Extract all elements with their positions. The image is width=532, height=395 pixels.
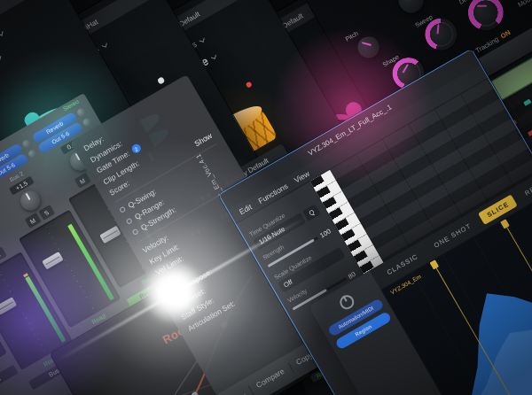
drum-synth-decay-knob[interactable] bbox=[466, 0, 505, 32]
radio-icon bbox=[119, 206, 126, 213]
strength-value: 100 bbox=[318, 227, 332, 239]
logic-pro-collage-screenshot: Pitch Tone Sweep Decay Shape Key Trackin… bbox=[0, 0, 532, 395]
radio-icon bbox=[125, 217, 132, 224]
inspector-row[interactable]: Gate Time:2 bbox=[95, 109, 200, 175]
rotated-collage: Pitch Tone Sweep Decay Shape Key Trackin… bbox=[0, 0, 532, 395]
radio-icon bbox=[132, 228, 139, 236]
fader-cap[interactable] bbox=[42, 252, 64, 270]
menu-item-edit[interactable]: Edit bbox=[238, 202, 254, 216]
badge: 2 bbox=[130, 143, 143, 155]
drum-synth-pitch-knob[interactable] bbox=[354, 33, 383, 62]
fader-cap[interactable] bbox=[99, 226, 121, 244]
pitch-knob-label: Pitch bbox=[344, 30, 359, 43]
chevron-down-icon bbox=[211, 54, 216, 59]
send-knob[interactable] bbox=[75, 107, 86, 118]
drum-synth-tone-knob[interactable] bbox=[394, 0, 427, 17]
chevron-down-icon bbox=[101, 43, 106, 48]
chevron-down-icon bbox=[0, 55, 2, 60]
drum-synth-sweep-knob[interactable] bbox=[424, 18, 458, 51]
chevron-down-icon bbox=[0, 30, 3, 35]
db-scale bbox=[46, 227, 95, 310]
send-knob[interactable] bbox=[82, 117, 92, 128]
divider bbox=[287, 362, 293, 373]
quantize-button[interactable]: Q bbox=[302, 204, 320, 221]
chevron-down-icon bbox=[199, 37, 204, 43]
send-knob[interactable] bbox=[27, 148, 37, 159]
track-name-chip[interactable]: Mix Bus bbox=[0, 365, 19, 395]
mode-setting[interactable]: ModeMono bbox=[516, 0, 532, 10]
send-knob[interactable] bbox=[21, 138, 32, 149]
power-icon[interactable] bbox=[337, 292, 356, 312]
